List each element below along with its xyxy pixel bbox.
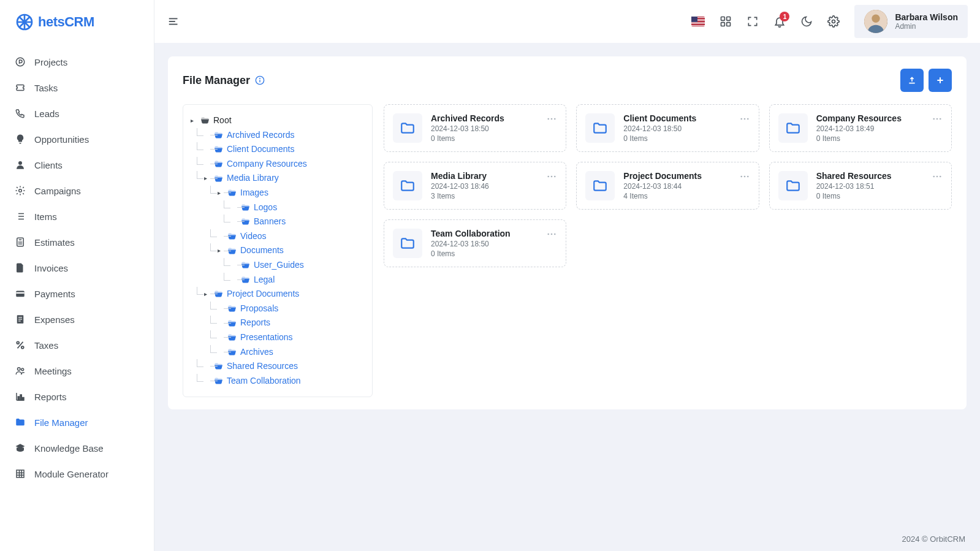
tree-node-documents[interactable]: ▸Documents	[218, 243, 365, 258]
folder-icon	[241, 203, 250, 212]
language-flag-icon[interactable]	[691, 17, 705, 26]
svg-point-72	[548, 234, 550, 235]
tree-node-media-library[interactable]: ▸Media Library	[204, 171, 365, 186]
svg-rect-45	[727, 23, 731, 26]
apps-icon[interactable]	[720, 15, 732, 28]
svg-point-46	[832, 20, 835, 23]
tree-node-shared-resources[interactable]: Shared Resources	[204, 359, 365, 374]
user-role: Admin	[895, 22, 958, 31]
folder-icon	[227, 348, 237, 357]
tree-node-archived-records[interactable]: Archived Records	[204, 128, 365, 143]
sidebar-item-file-manager[interactable]: File Manager	[0, 409, 154, 435]
tree-node-reports[interactable]: Reports	[218, 316, 365, 330]
sidebar-item-opportunities[interactable]: Opportunities	[0, 126, 154, 152]
tree-label: Team Collaboration	[227, 375, 301, 387]
folder-tree: ▸RootArchived RecordsClient DocumentsCom…	[183, 104, 373, 397]
add-button[interactable]	[929, 69, 952, 92]
svg-rect-32	[20, 395, 21, 400]
settings-icon[interactable]	[827, 15, 840, 28]
sidebar-item-module-generator[interactable]: Module Generator	[0, 461, 154, 487]
upload-button[interactable]	[900, 69, 924, 92]
sidebar-item-items[interactable]: Items	[0, 203, 154, 229]
tree-node-images[interactable]: ▸Images	[218, 186, 365, 200]
logo[interactable]: hetsCRM	[0, 0, 154, 44]
tree-node-proposals[interactable]: Proposals	[218, 302, 365, 316]
folder-card-client-documents[interactable]: Client Documents2024-12-03 18:500 Items	[576, 104, 759, 152]
sidebar-item-expenses[interactable]: Expenses	[0, 306, 154, 332]
tree-label: Reports	[240, 317, 270, 329]
sidebar-item-campaigns[interactable]: Campaigns	[0, 178, 154, 203]
sidebar-item-label: Meetings	[34, 366, 72, 376]
sidebar-item-tasks[interactable]: Tasks	[0, 75, 154, 101]
more-icon[interactable]	[932, 113, 943, 124]
folder-icon	[393, 229, 422, 258]
fullscreen-icon[interactable]	[746, 15, 759, 28]
sidebar-item-invoices[interactable]: Invoices	[0, 255, 154, 281]
folder-card-team-collaboration[interactable]: Team Collaboration2024-12-03 18:500 Item…	[384, 219, 566, 267]
svg-rect-22	[18, 319, 22, 319]
sidebar-item-payments[interactable]: Payments	[0, 281, 154, 306]
main: 1 Barbara Wilson Admin	[154, 0, 980, 551]
tree-node-presentations[interactable]: Presentations	[218, 330, 365, 345]
tree-node-team-collaboration[interactable]: Team Collaboration	[204, 374, 365, 389]
more-icon[interactable]	[546, 113, 557, 124]
svg-point-69	[933, 176, 935, 178]
sidebar-item-leads[interactable]: Leads	[0, 101, 154, 126]
tree-label: Images	[240, 187, 268, 199]
more-icon[interactable]	[546, 171, 557, 182]
svg-rect-31	[18, 397, 19, 400]
folder-card-project-documents[interactable]: Project Documents2024-12-03 18:444 Items	[576, 162, 759, 210]
menu-toggle-icon[interactable]	[167, 14, 181, 29]
tree-node-logos[interactable]: Logos	[231, 200, 365, 215]
tree-node-root[interactable]: ▸Root	[191, 113, 365, 128]
folder-date: 2024-12-03 18:50	[623, 124, 750, 133]
svg-rect-19	[16, 292, 25, 294]
folder-card-archived-records[interactable]: Archived Records2024-12-03 18:500 Items	[384, 104, 566, 152]
svg-point-51	[260, 78, 260, 79]
tree-node-client-documents[interactable]: Client Documents	[204, 142, 365, 157]
more-icon[interactable]	[739, 113, 750, 124]
svg-rect-23	[18, 321, 21, 321]
theme-toggle-icon[interactable]	[800, 15, 813, 28]
user-name: Barbara Wilson	[895, 12, 958, 22]
tree-node-archives[interactable]: Archives	[218, 345, 365, 360]
tree-label: Company Resources	[227, 158, 307, 170]
folder-card-company-resources[interactable]: Company Resources2024-12-03 18:490 Items	[769, 104, 952, 152]
folder-name: Team Collaboration	[431, 229, 557, 238]
tree-node-company-resources[interactable]: Company Resources	[204, 157, 365, 172]
user-menu[interactable]: Barbara Wilson Admin	[854, 5, 968, 38]
card-icon	[15, 288, 26, 299]
notifications-icon[interactable]: 1	[773, 15, 786, 28]
more-icon[interactable]	[546, 229, 557, 240]
folder-card-shared-resources[interactable]: Shared Resources2024-12-03 18:510 Items	[769, 162, 952, 210]
sidebar-item-meetings[interactable]: Meetings	[0, 358, 154, 384]
tree-node-user-guides[interactable]: User_Guides	[231, 258, 365, 273]
sidebar-item-label: Expenses	[34, 314, 75, 325]
folder-icon	[227, 319, 237, 328]
more-icon[interactable]	[739, 171, 750, 182]
sidebar-item-estimates[interactable]: Estimates	[0, 229, 154, 255]
svg-point-17	[21, 244, 22, 245]
tree-node-banners[interactable]: Banners	[231, 215, 365, 229]
folder-name: Shared Resources	[816, 171, 943, 181]
svg-point-73	[551, 234, 553, 235]
tree-node-project-documents[interactable]: ▸Project Documents	[204, 287, 365, 302]
folder-name: Archived Records	[431, 113, 557, 123]
tree-label: Root	[213, 115, 232, 127]
svg-point-25	[17, 341, 19, 344]
logo-icon	[15, 12, 34, 32]
sidebar-item-taxes[interactable]: Taxes	[0, 332, 154, 358]
sidebar-item-projects[interactable]: Projects	[0, 49, 154, 75]
gear-icon	[15, 185, 26, 196]
more-icon[interactable]	[932, 171, 943, 182]
tree-node-videos[interactable]: Videos	[218, 229, 365, 244]
sidebar-item-clients[interactable]: Clients	[0, 152, 154, 178]
sidebar-item-label: Reports	[34, 392, 67, 402]
sidebar-item-knowledge-base[interactable]: Knowledge Base	[0, 435, 154, 461]
bulb-icon	[15, 134, 26, 145]
tree-node-legal[interactable]: Legal	[231, 273, 365, 287]
info-icon[interactable]	[255, 75, 265, 85]
folder-name: Client Documents	[623, 113, 750, 123]
sidebar-item-reports[interactable]: Reports	[0, 384, 154, 409]
folder-card-media-library[interactable]: Media Library2024-12-03 18:463 Items	[384, 162, 566, 210]
